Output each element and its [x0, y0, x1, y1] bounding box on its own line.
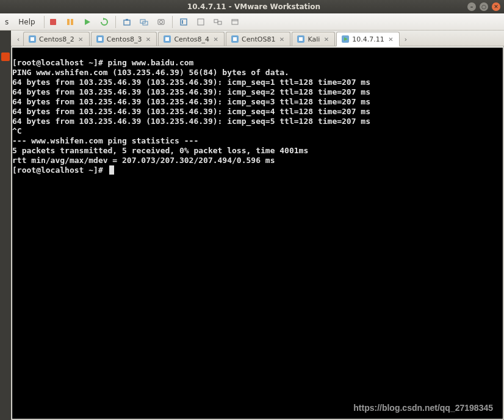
terminal[interactable]: [root@localhost ~]# ping www.baidu.com P…: [12, 48, 503, 419]
tab-close-icon[interactable]: ✕: [323, 36, 329, 43]
terminal-line: ^C: [12, 126, 22, 136]
terminal-line: 64 bytes from 103.235.46.39 (103.235.46.…: [12, 97, 370, 106]
vm-linux-icon: [231, 35, 239, 43]
terminal-line: 64 bytes from 103.235.46.39 (103.235.46.…: [12, 78, 370, 87]
screenshot-icon[interactable]: [154, 15, 168, 29]
svg-point-10: [159, 20, 162, 23]
close-button[interactable]: ✕: [492, 2, 500, 11]
svg-rect-23: [165, 37, 169, 41]
watermark: https://blog.csdn.net/qq_27198345: [353, 403, 493, 413]
window-controls: – ○ ✕: [467, 2, 500, 11]
snapshot-manager-icon[interactable]: [137, 15, 151, 29]
tab-centos8-4[interactable]: Centos8_4 ✕: [158, 32, 225, 46]
minimize-button[interactable]: –: [467, 2, 476, 11]
tabs-scroll-right[interactable]: ›: [401, 32, 411, 46]
tab-10-4-7-11[interactable]: 10.4.7.11 ✕: [336, 32, 399, 46]
svg-rect-12: [182, 20, 183, 24]
tab-kali[interactable]: Kali ✕: [292, 32, 335, 46]
svg-rect-25: [233, 37, 237, 41]
vm-running-icon: [342, 35, 349, 43]
vm-linux-icon: [164, 35, 171, 43]
svg-rect-19: [31, 37, 34, 41]
svg-rect-15: [218, 21, 221, 24]
window-titlebar: 10.4.7.11 - VMware Workstation – ○ ✕: [0, 0, 504, 13]
tab-label: Kali: [308, 35, 320, 43]
svg-rect-11: [181, 19, 187, 25]
vm-console-frame: [root@localhost ~]# ping www.baidu.com P…: [11, 46, 504, 420]
terminal-line: 64 bytes from 103.235.46.39 (103.235.46.…: [12, 107, 370, 116]
ubuntu-launcher: [0, 31, 11, 420]
terminal-cursor: [109, 165, 114, 175]
tab-label: CentOS81: [242, 35, 275, 43]
menu-item[interactable]: s: [2, 18, 11, 26]
vm-linux-icon: [96, 35, 104, 43]
tab-close-icon[interactable]: ✕: [278, 36, 285, 43]
tab-label: Centos8_4: [174, 35, 209, 43]
tabs-scroll-left[interactable]: ‹: [13, 32, 23, 46]
tab-close-icon[interactable]: ✕: [145, 36, 151, 43]
svg-rect-0: [50, 19, 56, 25]
tab-close-icon[interactable]: ✕: [212, 36, 219, 43]
toolbar-separator: [172, 16, 173, 28]
maximize-button[interactable]: ○: [480, 2, 488, 11]
svg-marker-3: [85, 19, 90, 25]
terminal-prompt: [root@localhost ~]#: [12, 165, 108, 175]
vm-linux-icon: [29, 35, 36, 43]
terminal-line: 64 bytes from 103.235.46.39 (103.235.46.…: [12, 87, 370, 96]
launcher-icon[interactable]: [1, 52, 10, 61]
vm-linux-icon: [297, 35, 304, 43]
tab-label: Centos8_2: [39, 35, 74, 43]
snapshot-icon[interactable]: [120, 15, 134, 29]
terminal-line: rtt min/avg/max/mdev = 207.073/207.302/2…: [12, 156, 275, 165]
console-icon[interactable]: [211, 15, 225, 29]
svg-rect-5: [124, 20, 130, 25]
terminal-line: 64 bytes from 103.235.46.39 (103.235.46.…: [12, 117, 370, 126]
toolbar: [46, 15, 242, 29]
toolbar-separator: [115, 16, 116, 28]
tab-centos8-2[interactable]: Centos8_2 ✕: [23, 32, 90, 46]
tab-centos8-3[interactable]: Centos8_3 ✕: [91, 32, 157, 46]
pause-icon[interactable]: [63, 15, 77, 29]
menu-items: s Help: [2, 18, 38, 26]
tab-close-icon[interactable]: ✕: [387, 36, 394, 43]
tab-centos81[interactable]: CentOS81 ✕: [226, 32, 290, 46]
tab-close-icon[interactable]: ✕: [77, 36, 84, 43]
svg-rect-1: [67, 19, 70, 25]
window-title: 10.4.7.11 - VMware Workstation: [40, 2, 467, 11]
tab-label: Centos8_3: [107, 35, 142, 43]
reset-icon[interactable]: [97, 15, 112, 29]
svg-rect-21: [98, 37, 102, 41]
svg-rect-6: [126, 19, 128, 21]
svg-rect-27: [299, 37, 303, 41]
vm-tabbar: ‹ Centos8_2 ✕ Centos8_3 ✕ Centos8_4 ✕ Ce…: [11, 31, 504, 46]
tab-label: 10.4.7.11: [352, 35, 384, 43]
svg-rect-13: [198, 19, 204, 25]
menu-item-help[interactable]: Help: [16, 18, 37, 26]
fullscreen-icon[interactable]: [176, 15, 191, 29]
svg-rect-16: [232, 20, 238, 24]
terminal-line: PING www.wshifen.com (103.235.46.39) 56(…: [12, 68, 289, 77]
menu-toolbar-row: s Help: [0, 13, 504, 31]
toolbar-separator: [44, 16, 45, 28]
play-icon[interactable]: [80, 15, 95, 29]
terminal-line: [root@localhost ~]# ping www.baidu.com: [12, 58, 193, 67]
svg-rect-2: [71, 19, 73, 25]
terminal-line: --- www.wshifen.com ping statistics ---: [12, 136, 198, 145]
svg-rect-14: [214, 20, 218, 23]
power-off-icon[interactable]: [46, 15, 60, 29]
unity-icon[interactable]: [193, 15, 208, 29]
terminal-line: 5 packets transmitted, 5 received, 0% pa…: [12, 146, 308, 155]
thumbnail-icon[interactable]: [228, 15, 242, 29]
svg-marker-4: [103, 18, 106, 20]
